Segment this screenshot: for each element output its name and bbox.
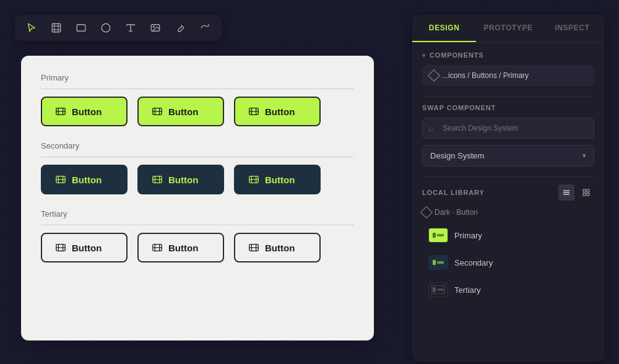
pen-tool[interactable] <box>173 21 187 35</box>
library-item-tertiary-label: Tertiary <box>454 285 481 295</box>
button-icon <box>151 241 163 254</box>
search-input[interactable] <box>422 118 594 139</box>
view-toggle <box>558 184 594 201</box>
secondary-button-1-label: Button <box>72 175 102 185</box>
primary-label: Primary <box>41 73 354 82</box>
library-title: LOCAL LIBRARY <box>422 189 485 196</box>
library-items-list: Primary Secondary <box>422 223 594 302</box>
button-icon <box>54 173 67 186</box>
primary-section: Primary Button <box>41 73 354 126</box>
local-library-section: LOCAL LIBRARY <box>422 184 594 302</box>
list-view-button[interactable] <box>558 184 574 201</box>
panel-content: ▾ COMPONENTS ...icons / Buttons / Primar… <box>412 43 604 362</box>
button-icon <box>151 105 163 118</box>
primary-divider <box>41 89 354 89</box>
library-header: LOCAL LIBRARY <box>422 184 594 201</box>
swap-section: SWAP COMPONENT ⌕ Design System ▾ <box>422 104 594 167</box>
secondary-button-row: Button Button <box>41 165 354 194</box>
svg-point-8 <box>153 26 154 27</box>
secondary-button-2[interactable]: Button <box>137 165 224 194</box>
svg-rect-32 <box>433 287 436 292</box>
components-title: COMPONENTS <box>430 51 484 59</box>
primary-thumb <box>428 228 448 243</box>
tertiary-button-1[interactable]: Button <box>41 233 128 262</box>
primary-button-3[interactable]: Button <box>234 97 321 126</box>
components-section: ▾ COMPONENTS ...icons / Buttons / Primar… <box>422 51 594 86</box>
button-icon <box>248 105 260 118</box>
svg-rect-33 <box>437 288 444 291</box>
library-group-name: Dark · Button <box>435 208 478 217</box>
secondary-section: Secondary Button <box>41 141 354 194</box>
chevron-down-icon: ▾ <box>422 52 426 59</box>
grid-view-button[interactable] <box>578 184 594 201</box>
secondary-button-1[interactable]: Button <box>41 165 128 194</box>
tab-prototype[interactable]: PROTOTYPE <box>476 15 540 42</box>
search-wrapper: ⌕ <box>422 118 594 139</box>
primary-button-2-label: Button <box>168 106 198 117</box>
library-item-primary-label: Primary <box>454 231 482 240</box>
image-tool[interactable] <box>149 21 162 35</box>
toolbar <box>15 15 222 41</box>
primary-button-3-label: Button <box>265 106 295 117</box>
svg-rect-22 <box>587 189 589 192</box>
cursor-tool[interactable] <box>25 21 38 35</box>
library-item-secondary[interactable]: Secondary <box>422 250 594 275</box>
primary-button-row: Button Button <box>41 97 354 126</box>
chevron-down-icon: ▾ <box>582 152 586 160</box>
svg-point-6 <box>102 24 110 32</box>
svg-rect-30 <box>437 261 444 264</box>
search-icon: ⌕ <box>428 124 433 133</box>
library-item-primary[interactable]: Primary <box>422 223 594 248</box>
ellipse-tool[interactable] <box>99 21 113 35</box>
svg-rect-5 <box>77 25 85 32</box>
secondary-thumb <box>428 255 448 270</box>
dropdown-wrapper: Design System ▾ <box>422 145 594 167</box>
svg-rect-21 <box>583 189 586 192</box>
button-icon <box>248 241 260 254</box>
design-system-dropdown[interactable]: Design System ▾ <box>422 145 594 167</box>
app-container: Primary Button <box>0 0 619 364</box>
line-tool[interactable] <box>198 21 212 35</box>
tab-design[interactable]: DESIGN <box>412 15 476 42</box>
secondary-button-3[interactable]: Button <box>234 165 321 194</box>
secondary-button-2-label: Button <box>168 175 198 185</box>
dropdown-value: Design System <box>430 151 484 160</box>
svg-rect-29 <box>433 260 436 265</box>
library-group-label: Dark · Button <box>422 207 594 218</box>
tertiary-button-3[interactable]: Button <box>234 233 321 262</box>
panel-tabs: DESIGN PROTOTYPE INSPECT <box>412 15 604 43</box>
secondary-label: Secondary <box>41 141 354 150</box>
component-path[interactable]: ...icons / Buttons / Primary <box>422 65 594 86</box>
component-path-text: ...icons / Buttons / Primary <box>442 71 529 80</box>
tertiary-divider <box>41 225 354 225</box>
tertiary-thumb <box>428 282 448 297</box>
svg-rect-0 <box>52 24 61 32</box>
primary-button-1-label: Button <box>72 106 102 117</box>
svg-rect-23 <box>583 193 586 196</box>
button-icon <box>151 173 163 186</box>
tertiary-button-2[interactable]: Button <box>137 233 224 262</box>
svg-rect-26 <box>433 233 436 238</box>
canvas-area: Primary Button <box>15 15 399 349</box>
text-tool[interactable] <box>124 21 137 35</box>
secondary-button-3-label: Button <box>265 175 295 185</box>
divider-2 <box>422 176 594 177</box>
right-panel: DESIGN PROTOTYPE INSPECT ▾ COMPONENTS ..… <box>412 15 604 362</box>
rectangle-tool[interactable] <box>74 21 88 35</box>
button-icon <box>248 173 260 186</box>
diamond-icon <box>420 206 433 219</box>
button-icon <box>54 241 67 254</box>
canvas-frame: Primary Button <box>21 56 374 340</box>
secondary-divider <box>41 157 354 157</box>
diamond-icon <box>428 69 440 82</box>
components-header: ▾ COMPONENTS <box>422 51 594 59</box>
primary-button-1[interactable]: Button <box>41 97 128 126</box>
frame-tool[interactable] <box>50 21 63 35</box>
library-item-secondary-label: Secondary <box>454 258 493 267</box>
primary-button-2[interactable]: Button <box>137 97 224 126</box>
tertiary-button-row: Button Button <box>41 233 354 262</box>
library-item-tertiary[interactable]: Tertiary <box>422 277 594 302</box>
tab-inspect[interactable]: INSPECT <box>540 15 604 42</box>
button-icon <box>54 105 67 118</box>
tertiary-button-1-label: Button <box>72 243 102 253</box>
